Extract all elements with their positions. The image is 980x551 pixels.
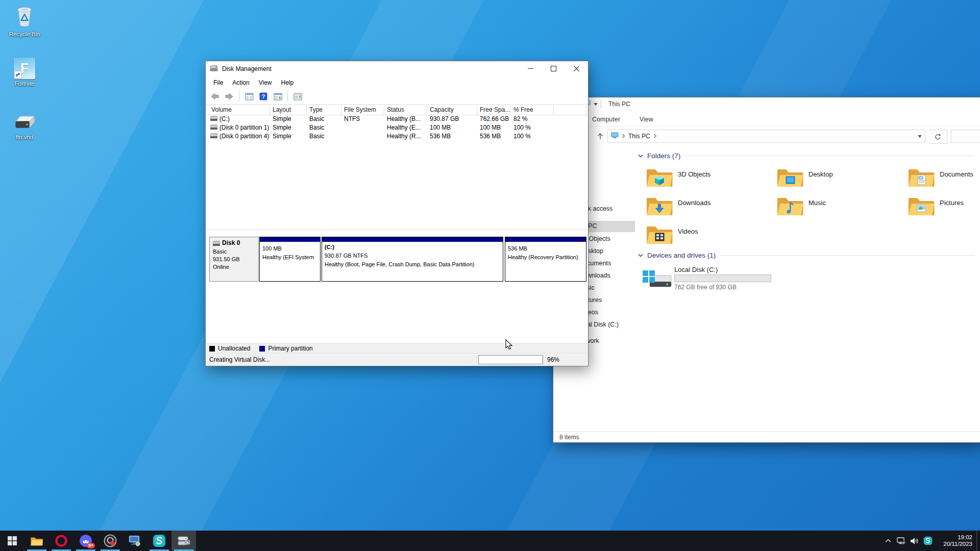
partition-c[interactable]: (C:) 930.87 GB NTFS Healthy (Boot, Page … [322,237,503,282]
folder-tile-music[interactable]: Music [776,193,903,220]
file-explorer-window: This PC Computer View This PC [553,97,980,443]
menu-view[interactable]: View [254,78,277,88]
disk-icon [213,241,220,246]
group-header-folders[interactable]: Folders (7) [638,151,975,161]
tray-network-icon[interactable] [895,531,908,551]
taskbar-disk-management[interactable] [172,531,196,551]
search-input[interactable] [951,130,980,142]
action-pane-icon[interactable] [272,90,284,103]
volume-icon [210,133,217,140]
group-header-devices[interactable]: Devices and drives (1) [638,250,975,260]
disk-management-window: Disk Management File Action View Help ? [205,61,589,366]
volume-icon [210,124,217,131]
folder-tile-documents[interactable]: Documents [907,165,980,191]
volume-table-header: Volume Layout Type File System Status Ca… [206,105,587,115]
maximize-button[interactable] [542,61,565,76]
taskbar-computer-management[interactable] [122,531,147,551]
explorer-titlebar[interactable]: This PC [553,97,980,111]
chevron-down-icon [638,254,643,257]
folder-tile-videos[interactable]: Videos [645,222,773,248]
col-status[interactable]: Status [387,106,404,113]
tab-computer[interactable]: Computer [591,113,621,126]
folder-tile-desktop[interactable]: Desktop [776,165,903,191]
disk0-label-panel[interactable]: Disk 0 Basic 931.50 GB Online [209,237,259,282]
table-row-c[interactable]: (C:)SimpleBasicNTFSHealthy (B...930.87 G… [206,115,587,123]
show-desktop-button[interactable] [976,531,980,551]
taskbar-surfshark[interactable] [147,531,172,551]
shortcut-arrow-icon [14,71,22,79]
surfshark-icon [153,534,166,547]
dm-titlebar[interactable]: Disk Management [206,61,588,77]
disk0-kind: Basic [213,248,255,256]
col-layout[interactable]: Layout [273,106,291,113]
col-type[interactable]: Type [309,106,323,113]
address-bar[interactable]: This PC [607,130,925,143]
col-file-system[interactable]: File System [344,106,376,113]
svg-text:?: ? [262,93,265,99]
clock-date: 20/11/2023 [935,541,972,547]
col-volume[interactable]: Volume [211,106,232,113]
explorer-statusbar: 8 items [553,431,980,442]
menu-action[interactable]: Action [228,78,254,88]
breadcrumb-this-pc[interactable]: This PC [628,133,650,140]
desktop-icon-label: Fortnite [0,81,49,87]
up-button[interactable] [594,130,606,142]
desktop-icon-label: Recycle Bin [0,31,49,37]
col-pct-free[interactable]: % Free [513,106,533,113]
properties-icon[interactable] [291,90,304,103]
desktop-icon-fortnite[interactable]: F Fortnite [0,58,49,87]
minimize-button[interactable] [519,61,542,76]
breadcrumb-chevron-icon[interactable] [653,133,657,140]
address-dropdown-chevron-icon[interactable] [918,135,922,138]
desktop-icon-label: ftn.vhd [0,134,49,140]
file-explorer-icon [30,535,43,547]
taskbar-discord[interactable]: 9+ [74,531,98,551]
taskbar-opera-gx[interactable] [49,531,74,551]
taskbar-obs-studio[interactable] [98,531,122,551]
back-icon[interactable] [209,90,221,103]
folder-tile-downloads[interactable]: Downloads [645,193,773,220]
tray-chevron-up-icon[interactable] [881,531,895,551]
disk-management-icon [177,535,190,546]
search-box[interactable] [951,130,980,143]
folder-icon [645,222,674,246]
drive-tile-local-disk-c[interactable]: Local Disk (C:) 762 GB free of 930 GB [642,266,774,294]
windows-logo-icon [8,536,17,545]
content-pane: Folders (7) 3D Objects Desktop [635,146,980,432]
tab-view[interactable]: View [639,113,654,126]
table-row-partition1[interactable]: (Disk 0 partition 1)SimpleBasicHealthy (… [206,123,587,132]
col-free-space[interactable]: Free Spa... [480,106,510,113]
dm-statusbar: Creating Virtual Disk... 96% [206,354,587,365]
tray-volume-icon[interactable] [908,531,921,551]
window-title: This PC [608,101,630,108]
help-icon[interactable]: ? [257,90,270,103]
quick-access-toolbar[interactable]: This PC [583,100,630,108]
menu-file[interactable]: File [209,78,228,88]
tray-surfshark-icon[interactable] [921,531,935,551]
table-row-partition4[interactable]: (Disk 0 partition 4)SimpleBasicHealthy (… [206,132,587,141]
close-button[interactable] [565,61,588,76]
folder-tile-3d-objects[interactable]: 3D Objects [645,165,773,191]
disk0-state: Online [213,263,255,271]
taskbar-file-explorer[interactable] [24,531,49,551]
desktop-icon-ftn-vhd[interactable]: ftn.vhd [0,113,49,140]
folder-icon [907,193,936,218]
start-button[interactable] [0,531,24,551]
header-rule [684,156,975,156]
forward-icon[interactable] [223,90,235,103]
folder-tile-pictures[interactable]: Pictures [907,193,980,220]
qat-customize-chevron-icon[interactable] [594,103,598,106]
breadcrumb-chevron-icon[interactable] [622,133,625,140]
col-capacity[interactable]: Capacity [430,106,454,113]
refresh-button[interactable] [928,130,947,144]
discord-badge: 9+ [87,543,95,548]
desktop-icon-recycle-bin[interactable]: Recycle Bin [0,3,49,37]
partition-recovery[interactable]: 536 MB Healthy (Recovery Partition) [505,237,586,282]
console-tree-icon[interactable] [243,90,255,103]
vhd-disk-icon [12,123,37,132]
menu-help[interactable]: Help [277,78,299,88]
partition-efi[interactable]: 100 MB Healthy (EFI System [259,237,321,282]
folder-icon [907,165,936,189]
tray-clock[interactable]: 19:02 20/11/2023 [935,534,976,547]
disk0-size: 931.50 GB [213,256,255,263]
